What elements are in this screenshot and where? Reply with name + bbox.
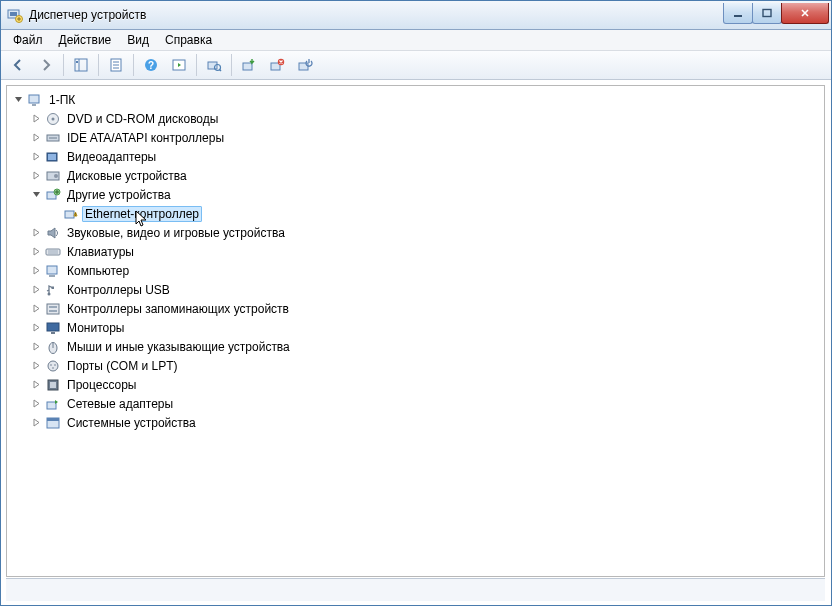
expand-icon[interactable] xyxy=(31,303,42,314)
expand-icon[interactable] xyxy=(31,151,42,162)
tree-node[interactable]: Процессоры xyxy=(13,375,824,394)
maximize-button[interactable] xyxy=(752,3,782,24)
tree-node-label[interactable]: Мониторы xyxy=(64,320,127,336)
toolbar: ? xyxy=(1,51,831,80)
collapse-icon[interactable] xyxy=(31,189,42,200)
expand-icon[interactable] xyxy=(31,246,42,257)
scan-hardware-button[interactable] xyxy=(201,52,227,78)
tree-node[interactable]: 1-ПК xyxy=(13,90,824,109)
tree-node-label[interactable]: Видеоадаптеры xyxy=(64,149,159,165)
expand-icon[interactable] xyxy=(31,417,42,428)
tree-node[interactable]: Контроллеры запоминающих устройств xyxy=(13,299,824,318)
tree-node[interactable]: Системные устройства xyxy=(13,413,824,432)
tree-node-label[interactable]: 1-ПК xyxy=(46,92,78,108)
tree-node-label[interactable]: Процессоры xyxy=(64,377,140,393)
svg-point-51 xyxy=(48,361,58,371)
disable-button[interactable] xyxy=(292,52,318,78)
tree-node[interactable]: Порты (COM и LPT) xyxy=(13,356,824,375)
tree-node-label[interactable]: DVD и CD-ROM дисководы xyxy=(64,111,221,127)
svg-rect-43 xyxy=(52,286,55,289)
tree-node-label[interactable]: Сетевые адаптеры xyxy=(64,396,176,412)
properties-button[interactable] xyxy=(103,52,129,78)
ide-icon xyxy=(45,130,61,146)
computer-icon xyxy=(27,92,43,108)
tree-node[interactable]: Дисковые устройства xyxy=(13,166,824,185)
expand-icon[interactable] xyxy=(31,360,42,371)
other-icon xyxy=(45,187,61,203)
storage-icon xyxy=(45,301,61,317)
system-icon xyxy=(45,415,61,431)
tree-node-label[interactable]: Дисковые устройства xyxy=(64,168,190,184)
tree-node[interactable]: DVD и CD-ROM дисководы xyxy=(13,109,824,128)
action-button[interactable] xyxy=(166,52,192,78)
expand-icon[interactable] xyxy=(31,132,42,143)
minimize-button[interactable] xyxy=(723,3,753,24)
net-icon xyxy=(45,396,61,412)
tree-node-label[interactable]: Звуковые, видео и игровые устройства xyxy=(64,225,288,241)
tree-node[interactable]: Компьютер xyxy=(13,261,824,280)
show-hide-tree-button[interactable] xyxy=(68,52,94,78)
menu-help[interactable]: Справка xyxy=(157,32,220,48)
expand-icon[interactable] xyxy=(31,284,42,295)
svg-rect-44 xyxy=(47,304,59,314)
expand-icon[interactable] xyxy=(31,227,42,238)
tree-node-label[interactable]: Ethernet-контроллер xyxy=(82,206,202,222)
update-driver-button[interactable] xyxy=(236,52,262,78)
close-button[interactable] xyxy=(781,3,829,24)
tree-node[interactable]: Звуковые, видео и игровые устройства xyxy=(13,223,824,242)
svg-line-17 xyxy=(220,70,222,72)
window-buttons xyxy=(724,3,829,23)
menu-action[interactable]: Действие xyxy=(51,32,120,48)
window-title: Диспетчер устройств xyxy=(29,8,724,22)
tree-node-label[interactable]: Системные устройства xyxy=(64,415,199,431)
expand-icon[interactable] xyxy=(31,398,42,409)
svg-rect-1 xyxy=(10,12,17,16)
tree-node-label[interactable]: Контроллеры USB xyxy=(64,282,173,298)
video-icon xyxy=(45,149,61,165)
tree-node[interactable]: Мыши и иные указывающие устройства xyxy=(13,337,824,356)
tree-node[interactable]: Ethernet-контроллер xyxy=(13,204,824,223)
svg-point-54 xyxy=(52,367,54,369)
dvd-icon xyxy=(45,111,61,127)
svg-point-25 xyxy=(52,117,55,120)
tree-node[interactable]: Видеоадаптеры xyxy=(13,147,824,166)
app-icon xyxy=(7,7,23,23)
tree-node-label[interactable]: Компьютер xyxy=(64,263,132,279)
uninstall-button[interactable] xyxy=(264,52,290,78)
tree-node-label[interactable]: Клавиатуры xyxy=(64,244,137,260)
forward-button[interactable] xyxy=(33,52,59,78)
expand-icon[interactable] xyxy=(31,265,42,276)
expand-icon[interactable] xyxy=(31,170,42,181)
expand-icon[interactable] xyxy=(31,113,42,124)
svg-rect-22 xyxy=(29,95,39,103)
tree-node[interactable]: Контроллеры USB xyxy=(13,280,824,299)
help-button[interactable]: ? xyxy=(138,52,164,78)
usb-icon xyxy=(45,282,61,298)
collapse-icon[interactable] xyxy=(13,94,24,105)
tree-node[interactable]: Клавиатуры xyxy=(13,242,824,261)
content-area: 1-ПКDVD и CD-ROM дисководыIDE ATA/ATAPI … xyxy=(1,80,831,605)
tree-node[interactable]: IDE ATA/ATAPI контроллеры xyxy=(13,128,824,147)
menu-file[interactable]: Файл xyxy=(5,32,51,48)
expand-icon[interactable] xyxy=(31,341,42,352)
expand-icon[interactable] xyxy=(31,379,42,390)
tree-node-label[interactable]: Контроллеры запоминающих устройств xyxy=(64,301,292,317)
device-tree[interactable]: 1-ПКDVD и CD-ROM дисководыIDE ATA/ATAPI … xyxy=(6,85,825,577)
cpu-icon xyxy=(45,377,61,393)
svg-point-53 xyxy=(54,364,56,366)
menu-view[interactable]: Вид xyxy=(119,32,157,48)
tree-node-label[interactable]: Порты (COM и LPT) xyxy=(64,358,181,374)
titlebar[interactable]: Диспетчер устройств xyxy=(1,1,831,30)
tree-node-label[interactable]: IDE ATA/ATAPI контроллеры xyxy=(64,130,227,146)
mouse-icon xyxy=(45,339,61,355)
tree-node-label[interactable]: Другие устройства xyxy=(64,187,174,203)
tree-node-label[interactable]: Мыши и иные указывающие устройства xyxy=(64,339,293,355)
svg-rect-45 xyxy=(49,306,57,308)
expand-icon xyxy=(49,208,60,219)
back-button[interactable] xyxy=(5,52,31,78)
tree-node[interactable]: Мониторы xyxy=(13,318,824,337)
pc-icon xyxy=(45,263,61,279)
tree-node[interactable]: Сетевые адаптеры xyxy=(13,394,824,413)
expand-icon[interactable] xyxy=(31,322,42,333)
tree-node[interactable]: Другие устройства xyxy=(13,185,824,204)
